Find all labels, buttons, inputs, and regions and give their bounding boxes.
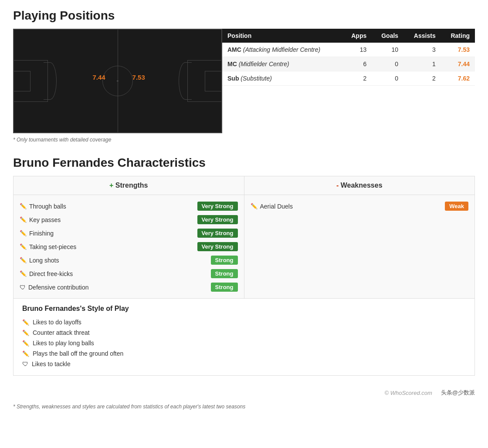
strength-badge: Strong xyxy=(211,283,238,292)
strength-badge: Strong xyxy=(211,256,238,265)
arrow-icon: ✏️ xyxy=(22,319,29,326)
arrow-icon: ✏️ xyxy=(22,340,29,347)
style-title: Bruno Fernandes's Style of Play xyxy=(22,305,466,313)
strength-badge: Very Strong xyxy=(197,215,238,224)
strength-label: ✏️ Finishing xyxy=(20,230,54,237)
style-label: Likes to do layoffs xyxy=(33,319,81,326)
arrow-icon: ✏️ xyxy=(20,243,27,250)
weakness-badge: Weak xyxy=(445,202,468,211)
col-header-rating: Rating xyxy=(441,29,475,43)
apps-cell: 2 xyxy=(342,71,372,86)
style-label: Counter attack threat xyxy=(33,329,90,336)
strength-row: ✏️ Long shots Strong xyxy=(20,253,238,267)
position-cell: Sub (Substitute) xyxy=(222,71,342,86)
arrow-icon: ✏️ xyxy=(20,257,27,263)
rating-cell: 7.44 xyxy=(441,57,475,71)
style-label: Likes to tackle xyxy=(32,360,71,367)
style-item: ✏️Plays the ball off the ground often xyxy=(22,348,466,359)
apps-cell: 13 xyxy=(342,43,372,57)
assists-cell: 1 xyxy=(403,57,441,71)
strength-row: ✏️ Direct free-kicks Strong xyxy=(20,267,238,280)
style-item: 🛡Likes to tackle xyxy=(22,359,466,369)
strengths-column: ✏️ Through balls Very Strong ✏️ Key pass… xyxy=(14,195,244,298)
positions-table: Position Apps Goals Assists Rating AMC (… xyxy=(222,29,475,86)
strength-badge: Very Strong xyxy=(197,202,238,211)
weaknesses-header: - Weaknesses xyxy=(244,176,475,195)
goals-cell: 0 xyxy=(372,57,403,71)
goals-cell: 10 xyxy=(372,43,403,57)
playing-positions-container: 7.44 7.53 Position Apps Goals Assists Ra… xyxy=(13,29,475,133)
strength-badge: Strong xyxy=(211,269,238,278)
apps-cell: 6 xyxy=(342,57,372,71)
characteristics-header: + Strengths - Weaknesses xyxy=(14,176,474,195)
footnote: * Strengths, weaknesses and styles are c… xyxy=(13,404,475,410)
col-header-assists: Assists xyxy=(403,29,441,43)
rating-cell: 7.53 xyxy=(441,43,475,57)
characteristics-title: Bruno Fernandes Characteristics xyxy=(13,156,475,170)
assists-cell: 3 xyxy=(403,43,441,57)
strength-label: ✏️ Direct free-kicks xyxy=(20,270,73,277)
strength-label: 🛡 Defensive contribution xyxy=(20,284,89,291)
pitch-right-goal-area xyxy=(205,71,222,91)
table-row: MC (Midfielder Centre) 6 0 1 7.44 xyxy=(222,57,475,71)
goals-cell: 0 xyxy=(372,71,403,86)
characteristics-body: ✏️ Through balls Very Strong ✏️ Key pass… xyxy=(14,195,474,298)
arrow-icon: ✏️ xyxy=(20,230,27,236)
weakness-label: ✏️ Aerial Duels xyxy=(251,203,293,210)
pitch-center-dot xyxy=(117,80,119,82)
col-header-position: Position xyxy=(222,29,342,43)
rating-cell: 7.62 xyxy=(441,71,475,86)
playing-positions-title: Playing Positions xyxy=(13,9,475,23)
pitch-left-penalty-area xyxy=(13,60,48,102)
pitch-rating-left: 7.44 xyxy=(92,74,105,81)
watermark: 头条@少数派 xyxy=(441,389,475,397)
pitch-graphic: 7.44 7.53 xyxy=(13,29,222,133)
arrow-icon: ✏️ xyxy=(20,203,27,209)
whoscored-credit: © WhoScored.com xyxy=(385,390,432,396)
weaknesses-column: ✏️ Aerial Duels Weak xyxy=(244,195,475,298)
position-cell: AMC (Attacking Midfielder Centre) xyxy=(222,43,342,57)
footer-row: © WhoScored.com 头条@少数派 xyxy=(13,384,475,401)
arrow-icon: ✏️ xyxy=(22,330,29,336)
style-of-play-section: Bruno Fernandes's Style of Play ✏️Likes … xyxy=(13,299,475,376)
strengths-header: + Strengths xyxy=(14,176,244,195)
position-cell: MC (Midfielder Centre) xyxy=(222,57,342,71)
style-label: Likes to play long balls xyxy=(33,340,94,347)
strength-row: ✏️ Finishing Very Strong xyxy=(20,226,238,240)
weaknesses-label: Weaknesses xyxy=(341,182,383,189)
pitch-rating-right: 7.53 xyxy=(132,74,145,81)
style-item: ✏️Likes to play long balls xyxy=(22,338,466,348)
strength-badge: Very Strong xyxy=(197,229,238,238)
plus-sign: + xyxy=(109,182,113,189)
coverage-note: * Only tournaments with detailed coverag… xyxy=(13,137,475,143)
arrow-icon: ✏️ xyxy=(20,270,27,277)
pitch-arc-left xyxy=(44,62,57,100)
arrow-icon: ✏️ xyxy=(20,216,27,223)
arrow-icon: ✏️ xyxy=(22,350,29,357)
strength-label: ✏️ Through balls xyxy=(20,203,66,210)
table-row: AMC (Attacking Midfielder Centre) 13 10 … xyxy=(222,43,475,57)
style-item: ✏️Counter attack threat xyxy=(22,327,466,338)
arrow-icon: ✏️ xyxy=(251,203,258,209)
strength-row: ✏️ Key passes Very Strong xyxy=(20,213,238,226)
strength-row: ✏️ Through balls Very Strong xyxy=(20,199,238,213)
table-row: Sub (Substitute) 2 0 2 7.62 xyxy=(222,71,475,86)
strengths-label: Strengths xyxy=(115,182,148,189)
strength-row: 🛡 Defensive contribution Strong xyxy=(20,280,238,294)
pitch-right-penalty-area xyxy=(187,60,222,102)
minus-sign: - xyxy=(336,182,339,189)
strength-row: ✏️ Taking set-pieces Very Strong xyxy=(20,240,238,253)
col-header-apps: Apps xyxy=(342,29,372,43)
strength-label: ✏️ Long shots xyxy=(20,257,59,264)
style-items-container: ✏️Likes to do layoffs✏️Counter attack th… xyxy=(22,317,466,369)
characteristics-box: + Strengths - Weaknesses ✏️ Through ball… xyxy=(13,176,475,299)
style-item: ✏️Likes to do layoffs xyxy=(22,317,466,327)
pitch-left-goal-area xyxy=(13,71,30,91)
strength-badge: Very Strong xyxy=(197,242,238,251)
pitch-arc-right xyxy=(179,62,192,100)
col-header-goals: Goals xyxy=(372,29,403,43)
weakness-row: ✏️ Aerial Duels Weak xyxy=(251,199,469,213)
style-label: Plays the ball off the ground often xyxy=(33,350,123,357)
shield-icon: 🛡 xyxy=(22,360,28,367)
strength-label: ✏️ Key passes xyxy=(20,216,61,223)
